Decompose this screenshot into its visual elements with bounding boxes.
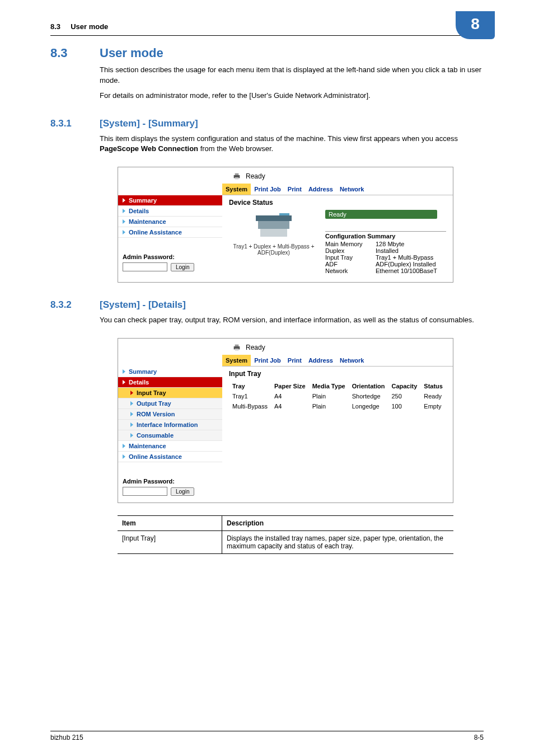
cell-media-type: Plain	[309, 401, 349, 411]
conf-value: ADF(Duplex) Installed	[376, 261, 436, 267]
footer-page: 8-5	[474, 734, 484, 741]
sidebar-item-details[interactable]: Details	[118, 377, 222, 388]
sidebar-item-label: Details	[129, 208, 149, 214]
device-caption-line2: ADF(Duplex)	[229, 250, 318, 256]
admin-password-input[interactable]	[123, 262, 167, 271]
conf-key: ADF	[325, 261, 376, 267]
sidebar-item-output-tray[interactable]: Output Tray	[118, 398, 222, 409]
th-orientation: Orientation	[349, 381, 388, 391]
svg-rect-8	[235, 345, 239, 346]
cell-paper-size: A4	[271, 391, 309, 401]
chevron-right-icon	[130, 433, 133, 438]
tab-system[interactable]: System	[222, 184, 251, 195]
sidebar-item-label: Consumable	[137, 432, 174, 439]
svg-rect-2	[235, 177, 239, 179]
sidebar-item-maintenance[interactable]: Maintenance	[118, 441, 222, 452]
mfp-device-icon	[229, 210, 318, 241]
chevron-right-icon	[130, 401, 133, 406]
sidebar-item-rom-version[interactable]: ROM Version	[118, 409, 222, 420]
tab-address[interactable]: Address	[305, 184, 336, 195]
cell-item: [Input Tray]	[118, 531, 222, 554]
conf-key: Input Tray	[325, 254, 376, 261]
admin-password-label: Admin Password:	[123, 478, 218, 485]
printer-icon	[232, 343, 241, 352]
panel-title: Device Status	[229, 199, 446, 206]
sidebar-item-label: Summary	[129, 368, 157, 375]
conf-value: Installed	[376, 247, 399, 254]
th-capacity: Capacity	[388, 381, 420, 391]
sidebar-item-label: Maintenance	[129, 443, 166, 449]
screenshot-summary: Ready System Print Job Print Address Net…	[118, 167, 453, 283]
h2-title: User mode	[100, 46, 163, 60]
chevron-right-icon	[123, 454, 125, 459]
sidebar-item-label: Online Assistance	[129, 229, 182, 236]
sidebar-item-label: Online Assistance	[129, 453, 182, 460]
svg-rect-6	[279, 213, 289, 215]
chevron-right-icon	[123, 209, 125, 213]
sidebar-item-interface-information[interactable]: Interface Information	[118, 420, 222, 430]
table-row: Multi-Bypass A4 Plain Longedge 100 Empty	[229, 401, 446, 411]
cell-media-type: Plain	[309, 391, 349, 401]
tab-print[interactable]: Print	[284, 184, 305, 195]
sidebar-item-summary[interactable]: Summary	[118, 195, 222, 206]
th-status: Status	[420, 381, 446, 391]
sidebar-item-label: Input Tray	[137, 389, 166, 396]
ready-banner: Ready	[325, 210, 437, 219]
chapter-badge: 8	[456, 11, 495, 39]
tab-print-job[interactable]: Print Job	[251, 184, 284, 195]
tab-address[interactable]: Address	[305, 355, 336, 366]
sidebar-item-label: Interface Information	[137, 421, 198, 428]
chevron-right-icon	[123, 198, 125, 203]
divider	[50, 35, 484, 36]
item-description-table: Item Description [Input Tray] Displays t…	[118, 515, 453, 554]
login-button[interactable]: Login	[171, 487, 194, 496]
tab-network[interactable]: Network	[336, 355, 367, 366]
sidebar-item-maintenance[interactable]: Maintenance	[118, 217, 222, 227]
admin-password-input[interactable]	[123, 487, 167, 496]
th-paper-size: Paper Size	[271, 381, 309, 391]
sidebar-item-input-tray[interactable]: Input Tray	[118, 388, 222, 398]
admin-password-label: Admin Password:	[123, 253, 218, 260]
svg-rect-5	[260, 229, 287, 237]
login-button[interactable]: Login	[171, 263, 194, 271]
cell-description: Displays the installed tray names, paper…	[222, 531, 454, 554]
conf-value: Ethernet 10/100BaseT	[376, 267, 437, 274]
cell-capacity: 100	[388, 401, 420, 411]
sidebar-item-details[interactable]: Details	[118, 206, 222, 217]
tab-network[interactable]: Network	[336, 184, 367, 195]
sidebar-item-online-assistance[interactable]: Online Assistance	[118, 452, 222, 462]
cell-status: Ready	[420, 391, 446, 401]
svg-rect-9	[235, 349, 239, 350]
cell-orientation: Shortedge	[349, 391, 388, 401]
device-caption-line1: Tray1 + Duplex + Multi-Bypass +	[229, 243, 318, 250]
sidebar-item-label: Details	[129, 379, 149, 386]
tab-print-job[interactable]: Print Job	[251, 355, 284, 366]
conf-value: 128 Mbyte	[376, 241, 404, 247]
paragraph: This section describes the usage for eac…	[100, 65, 484, 86]
svg-rect-3	[256, 215, 292, 221]
chevron-right-icon	[123, 230, 125, 234]
sidebar-item-label: Summary	[129, 197, 157, 204]
chevron-right-icon	[123, 444, 125, 448]
cell-tray: Multi-Bypass	[229, 401, 271, 411]
paragraph: You can check paper tray, output tray, R…	[100, 315, 484, 326]
cell-tray: Tray1	[229, 391, 271, 401]
cell-status: Empty	[420, 401, 446, 411]
th-tray: Tray	[229, 381, 271, 391]
sidebar-item-label: Maintenance	[129, 218, 166, 225]
sidebar-item-summary[interactable]: Summary	[118, 367, 222, 377]
chevron-right-icon	[123, 369, 125, 374]
panel-title: Input Tray	[229, 370, 446, 378]
sidebar-item-online-assistance[interactable]: Online Assistance	[118, 227, 222, 238]
conf-key: Network	[325, 267, 376, 274]
sidebar-item-label: Output Tray	[137, 400, 171, 407]
h3-number: 8.3.2	[50, 299, 84, 311]
chevron-right-icon	[130, 391, 133, 395]
sidebar-item-consumable[interactable]: Consumable	[118, 430, 222, 441]
sidebar-item-label: ROM Version	[137, 411, 175, 417]
chevron-right-icon	[123, 380, 125, 384]
chevron-right-icon	[130, 412, 133, 416]
tab-system[interactable]: System	[222, 355, 251, 366]
tab-print[interactable]: Print	[284, 355, 305, 366]
cell-paper-size: A4	[271, 401, 309, 411]
